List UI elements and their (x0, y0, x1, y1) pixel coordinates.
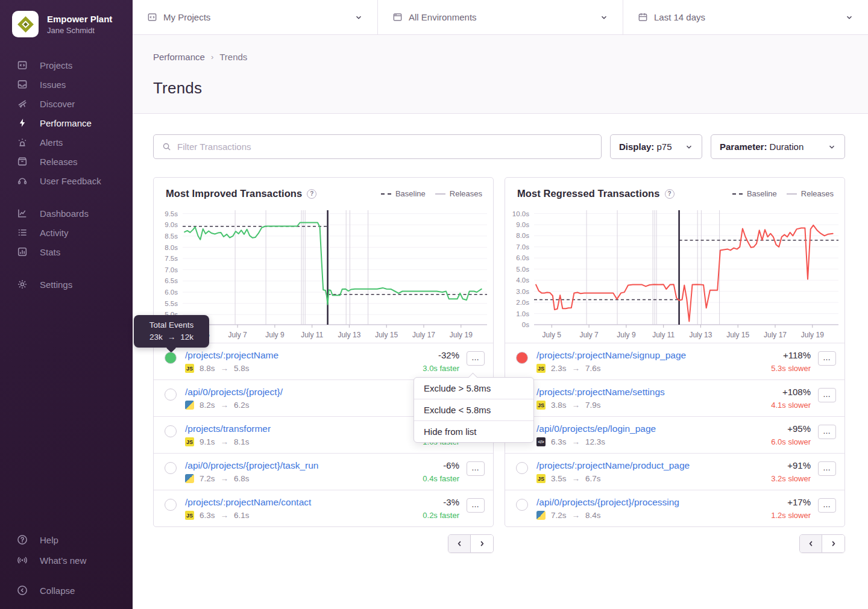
svg-text:8.5s: 8.5s (165, 233, 178, 240)
duration-before: 3.8s (551, 401, 567, 410)
context-menu-item[interactable]: Exclude < 5.8ms (414, 399, 533, 420)
arrow-right-icon: → (572, 364, 580, 373)
row-actions-button[interactable]: … (818, 351, 836, 366)
sidebar-item-user-feedback[interactable]: User Feedback (0, 171, 133, 190)
duration-delta: 5.3s slower (766, 364, 811, 373)
transaction-link[interactable]: /api/0/projects/{project}/task_run (185, 460, 409, 471)
transaction-link[interactable]: /projects/:projectName (185, 350, 409, 361)
arrow-right-icon: → (221, 474, 229, 483)
svg-text:9.0s: 9.0s (516, 221, 529, 228)
sidebar-item-dashboards[interactable]: Dashboards (0, 204, 133, 223)
arrow-right-icon: → (221, 364, 229, 373)
environment-selector[interactable]: All Environments (377, 0, 623, 34)
transaction-link[interactable]: /projects/:projectName/settings (536, 387, 760, 398)
sidebar-item-settings[interactable]: Settings (0, 275, 133, 294)
search-box (153, 134, 602, 159)
dashboards-icon (17, 208, 28, 219)
help-icon[interactable]: ? (665, 189, 675, 199)
previous-page-button[interactable] (800, 535, 822, 552)
row-actions-button[interactable]: … (467, 461, 485, 476)
transaction-radio[interactable] (165, 352, 177, 364)
sidebar-item-label: Collapse (40, 586, 75, 596)
svg-text:July 19: July 19 (801, 331, 824, 339)
filter-row: Display: p75 Parameter: Duration (153, 134, 845, 159)
sidebar-item-discover[interactable]: Discover (0, 94, 133, 113)
parameter-dropdown[interactable]: Parameter: Duration (711, 134, 845, 159)
sidebar-item-performance[interactable]: Performance (0, 113, 133, 133)
filter-transactions-input[interactable] (177, 142, 593, 152)
performance-icon (17, 117, 28, 128)
tooltip-title: Total Events (140, 320, 203, 329)
org-switcher[interactable]: Empower Plant Jane Schmidt (0, 0, 133, 37)
svg-text:0s: 0s (522, 321, 529, 328)
transaction-link[interactable]: /projects/:projectName/signup_page (536, 350, 760, 361)
sidebar-item-label: What’s new (40, 555, 86, 566)
svg-text:6.0s: 6.0s (165, 289, 178, 296)
row-actions-button[interactable]: … (818, 461, 836, 476)
transaction-main: /api/0/projects/ep/login_page</>6.3s→12.… (536, 423, 760, 446)
sidebar-item-label: Releases (40, 157, 78, 167)
chevron-down-icon (685, 143, 693, 151)
sidebar-item-releases[interactable]: Releases (0, 152, 133, 171)
transaction-radio[interactable] (165, 462, 177, 474)
context-menu-item[interactable]: Hide from list (414, 420, 533, 442)
activity-icon (17, 227, 28, 238)
transaction-radio[interactable] (165, 499, 177, 511)
row-actions-button[interactable]: … (467, 498, 485, 513)
svg-text:July 11: July 11 (652, 331, 675, 339)
transaction-link[interactable]: /projects/:projectName/contact (185, 497, 409, 508)
svg-text:July 13: July 13 (338, 331, 360, 339)
transaction-link[interactable]: /projects/transformer (185, 423, 409, 434)
svg-text:July 5: July 5 (542, 331, 562, 339)
previous-page-button[interactable] (448, 535, 471, 552)
transaction-main: /projects/:projectName/contactJS6.3s→6.1… (185, 497, 409, 520)
tooltip-to: 12k (180, 333, 193, 342)
transaction-row: /projects/:projectNameJS8.8s→5.8s-32%3.0… (154, 343, 493, 379)
regressed-column: Most Regressed Transactions ? Baseline R… (505, 177, 845, 553)
row-actions-button[interactable]: … (818, 425, 836, 439)
sidebar-item-what-s-new[interactable]: What’s new (0, 550, 133, 570)
row-actions-button[interactable]: … (818, 388, 836, 402)
transaction-metrics: -6%0.4s faster (415, 460, 459, 483)
releases-icon (17, 156, 28, 167)
transaction-radio[interactable] (165, 425, 177, 437)
tooltip-from: 23k (149, 333, 163, 342)
row-actions-button[interactable]: … (467, 351, 485, 366)
html-platform-icon: </> (536, 437, 546, 446)
display-dropdown[interactable]: Display: p75 (610, 134, 702, 159)
duration-before: 9.1s (200, 437, 215, 446)
transaction-radio[interactable] (165, 389, 177, 401)
help-icon[interactable]: ? (307, 189, 316, 199)
transaction-link[interactable]: /api/0/projects/ep/login_page (536, 423, 760, 434)
sidebar-item-stats[interactable]: Stats (0, 242, 133, 261)
transaction-radio[interactable] (516, 462, 528, 474)
daterange-selector[interactable]: Last 14 days (623, 0, 868, 34)
sidebar-item-help[interactable]: Help (0, 529, 133, 550)
sidebar-footer: HelpWhat’s newCollapse (0, 529, 133, 601)
chart-legend: Baseline Releases (732, 189, 834, 198)
svg-text:5.5s: 5.5s (165, 300, 178, 307)
transaction-link[interactable]: /api/0/projects/{project}/ (185, 387, 409, 398)
transaction-radio[interactable] (516, 499, 528, 511)
duration-after: 6.2s (234, 401, 250, 410)
row-actions-button[interactable]: … (818, 498, 836, 513)
duration-after: 6.1s (234, 511, 250, 520)
svg-text:6.0s: 6.0s (516, 254, 529, 261)
breadcrumb-performance[interactable]: Performance (153, 52, 205, 62)
sidebar-item-issues[interactable]: Issues (0, 75, 133, 94)
next-page-button[interactable] (822, 535, 844, 552)
project-selector[interactable]: My Projects (133, 0, 377, 34)
sidebar-item-collapse[interactable]: Collapse (0, 580, 133, 601)
transaction-radio[interactable] (516, 352, 528, 364)
transaction-link[interactable]: /projects/:projectName/product_page (536, 460, 760, 471)
transaction-link[interactable]: /api/0/projects/{project}/processing (536, 497, 760, 508)
transaction-durations: Py7.2s→6.8s (185, 474, 409, 483)
js-platform-icon: JS (185, 437, 194, 446)
next-page-button[interactable] (471, 535, 493, 552)
sidebar-item-projects[interactable]: Projects (0, 55, 133, 75)
baseline-legend-icon (381, 193, 391, 195)
releases-icon (17, 156, 28, 167)
sidebar-item-activity[interactable]: Activity (0, 223, 133, 242)
sidebar-item-alerts[interactable]: Alerts (0, 133, 133, 152)
duration-after: 12.3s (585, 437, 605, 446)
